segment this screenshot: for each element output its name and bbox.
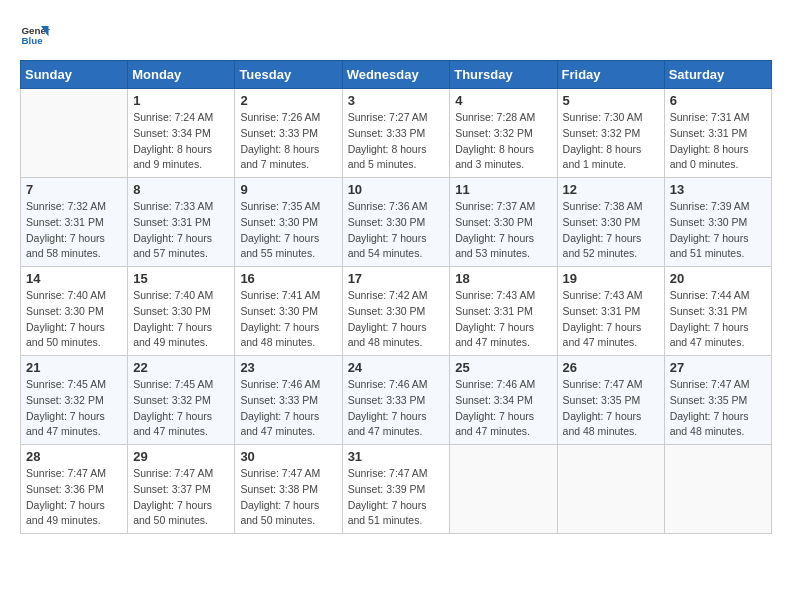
day-number: 4 (455, 93, 551, 108)
calendar-cell: 15Sunrise: 7:40 AMSunset: 3:30 PMDayligh… (128, 267, 235, 356)
calendar-cell (450, 445, 557, 534)
day-number: 9 (240, 182, 336, 197)
calendar-cell: 20Sunrise: 7:44 AMSunset: 3:31 PMDayligh… (664, 267, 771, 356)
day-number: 26 (563, 360, 659, 375)
day-number: 30 (240, 449, 336, 464)
day-info: Sunrise: 7:36 AMSunset: 3:30 PMDaylight:… (348, 199, 445, 262)
header-day-sunday: Sunday (21, 61, 128, 89)
day-info: Sunrise: 7:47 AMSunset: 3:35 PMDaylight:… (670, 377, 766, 440)
calendar-cell: 21Sunrise: 7:45 AMSunset: 3:32 PMDayligh… (21, 356, 128, 445)
header-day-tuesday: Tuesday (235, 61, 342, 89)
day-info: Sunrise: 7:43 AMSunset: 3:31 PMDaylight:… (563, 288, 659, 351)
calendar-cell: 27Sunrise: 7:47 AMSunset: 3:35 PMDayligh… (664, 356, 771, 445)
calendar-cell: 25Sunrise: 7:46 AMSunset: 3:34 PMDayligh… (450, 356, 557, 445)
day-info: Sunrise: 7:47 AMSunset: 3:38 PMDaylight:… (240, 466, 336, 529)
calendar-cell: 16Sunrise: 7:41 AMSunset: 3:30 PMDayligh… (235, 267, 342, 356)
calendar-week-row: 1Sunrise: 7:24 AMSunset: 3:34 PMDaylight… (21, 89, 772, 178)
page-header: General Blue (20, 20, 772, 50)
calendar-cell (21, 89, 128, 178)
day-number: 24 (348, 360, 445, 375)
calendar-cell: 3Sunrise: 7:27 AMSunset: 3:33 PMDaylight… (342, 89, 450, 178)
day-number: 29 (133, 449, 229, 464)
calendar-cell: 24Sunrise: 7:46 AMSunset: 3:33 PMDayligh… (342, 356, 450, 445)
day-info: Sunrise: 7:40 AMSunset: 3:30 PMDaylight:… (133, 288, 229, 351)
day-info: Sunrise: 7:45 AMSunset: 3:32 PMDaylight:… (133, 377, 229, 440)
day-info: Sunrise: 7:39 AMSunset: 3:30 PMDaylight:… (670, 199, 766, 262)
calendar-body: 1Sunrise: 7:24 AMSunset: 3:34 PMDaylight… (21, 89, 772, 534)
day-number: 17 (348, 271, 445, 286)
header-day-friday: Friday (557, 61, 664, 89)
day-info: Sunrise: 7:28 AMSunset: 3:32 PMDaylight:… (455, 110, 551, 173)
calendar-week-row: 7Sunrise: 7:32 AMSunset: 3:31 PMDaylight… (21, 178, 772, 267)
day-number: 31 (348, 449, 445, 464)
calendar-cell: 6Sunrise: 7:31 AMSunset: 3:31 PMDaylight… (664, 89, 771, 178)
calendar-cell: 9Sunrise: 7:35 AMSunset: 3:30 PMDaylight… (235, 178, 342, 267)
day-number: 3 (348, 93, 445, 108)
day-info: Sunrise: 7:41 AMSunset: 3:30 PMDaylight:… (240, 288, 336, 351)
day-info: Sunrise: 7:24 AMSunset: 3:34 PMDaylight:… (133, 110, 229, 173)
day-number: 8 (133, 182, 229, 197)
day-number: 14 (26, 271, 122, 286)
day-number: 18 (455, 271, 551, 286)
day-number: 1 (133, 93, 229, 108)
day-info: Sunrise: 7:40 AMSunset: 3:30 PMDaylight:… (26, 288, 122, 351)
logo: General Blue (20, 20, 50, 50)
day-info: Sunrise: 7:32 AMSunset: 3:31 PMDaylight:… (26, 199, 122, 262)
day-number: 16 (240, 271, 336, 286)
day-info: Sunrise: 7:47 AMSunset: 3:36 PMDaylight:… (26, 466, 122, 529)
day-info: Sunrise: 7:38 AMSunset: 3:30 PMDaylight:… (563, 199, 659, 262)
header-day-thursday: Thursday (450, 61, 557, 89)
day-info: Sunrise: 7:26 AMSunset: 3:33 PMDaylight:… (240, 110, 336, 173)
day-info: Sunrise: 7:43 AMSunset: 3:31 PMDaylight:… (455, 288, 551, 351)
day-info: Sunrise: 7:33 AMSunset: 3:31 PMDaylight:… (133, 199, 229, 262)
day-number: 22 (133, 360, 229, 375)
calendar-cell: 13Sunrise: 7:39 AMSunset: 3:30 PMDayligh… (664, 178, 771, 267)
day-info: Sunrise: 7:46 AMSunset: 3:33 PMDaylight:… (348, 377, 445, 440)
day-info: Sunrise: 7:27 AMSunset: 3:33 PMDaylight:… (348, 110, 445, 173)
calendar-cell (557, 445, 664, 534)
day-number: 15 (133, 271, 229, 286)
calendar-cell: 18Sunrise: 7:43 AMSunset: 3:31 PMDayligh… (450, 267, 557, 356)
calendar-cell: 10Sunrise: 7:36 AMSunset: 3:30 PMDayligh… (342, 178, 450, 267)
day-number: 28 (26, 449, 122, 464)
calendar-cell: 19Sunrise: 7:43 AMSunset: 3:31 PMDayligh… (557, 267, 664, 356)
day-number: 27 (670, 360, 766, 375)
day-info: Sunrise: 7:37 AMSunset: 3:30 PMDaylight:… (455, 199, 551, 262)
calendar-cell: 11Sunrise: 7:37 AMSunset: 3:30 PMDayligh… (450, 178, 557, 267)
day-number: 20 (670, 271, 766, 286)
calendar-cell: 29Sunrise: 7:47 AMSunset: 3:37 PMDayligh… (128, 445, 235, 534)
day-info: Sunrise: 7:44 AMSunset: 3:31 PMDaylight:… (670, 288, 766, 351)
calendar-week-row: 28Sunrise: 7:47 AMSunset: 3:36 PMDayligh… (21, 445, 772, 534)
day-number: 5 (563, 93, 659, 108)
header-day-monday: Monday (128, 61, 235, 89)
calendar-cell: 30Sunrise: 7:47 AMSunset: 3:38 PMDayligh… (235, 445, 342, 534)
day-info: Sunrise: 7:46 AMSunset: 3:33 PMDaylight:… (240, 377, 336, 440)
calendar-week-row: 14Sunrise: 7:40 AMSunset: 3:30 PMDayligh… (21, 267, 772, 356)
calendar-cell: 26Sunrise: 7:47 AMSunset: 3:35 PMDayligh… (557, 356, 664, 445)
day-number: 6 (670, 93, 766, 108)
day-info: Sunrise: 7:47 AMSunset: 3:37 PMDaylight:… (133, 466, 229, 529)
day-number: 23 (240, 360, 336, 375)
calendar-header-row: SundayMondayTuesdayWednesdayThursdayFrid… (21, 61, 772, 89)
day-info: Sunrise: 7:45 AMSunset: 3:32 PMDaylight:… (26, 377, 122, 440)
calendar-table: SundayMondayTuesdayWednesdayThursdayFrid… (20, 60, 772, 534)
svg-text:Blue: Blue (22, 35, 44, 46)
calendar-cell: 4Sunrise: 7:28 AMSunset: 3:32 PMDaylight… (450, 89, 557, 178)
day-info: Sunrise: 7:35 AMSunset: 3:30 PMDaylight:… (240, 199, 336, 262)
day-number: 25 (455, 360, 551, 375)
calendar-cell: 8Sunrise: 7:33 AMSunset: 3:31 PMDaylight… (128, 178, 235, 267)
calendar-cell: 31Sunrise: 7:47 AMSunset: 3:39 PMDayligh… (342, 445, 450, 534)
calendar-cell (664, 445, 771, 534)
calendar-cell: 2Sunrise: 7:26 AMSunset: 3:33 PMDaylight… (235, 89, 342, 178)
day-number: 2 (240, 93, 336, 108)
day-info: Sunrise: 7:30 AMSunset: 3:32 PMDaylight:… (563, 110, 659, 173)
calendar-cell: 14Sunrise: 7:40 AMSunset: 3:30 PMDayligh… (21, 267, 128, 356)
day-number: 10 (348, 182, 445, 197)
day-number: 13 (670, 182, 766, 197)
calendar-cell: 22Sunrise: 7:45 AMSunset: 3:32 PMDayligh… (128, 356, 235, 445)
header-day-wednesday: Wednesday (342, 61, 450, 89)
calendar-cell: 7Sunrise: 7:32 AMSunset: 3:31 PMDaylight… (21, 178, 128, 267)
day-info: Sunrise: 7:42 AMSunset: 3:30 PMDaylight:… (348, 288, 445, 351)
calendar-week-row: 21Sunrise: 7:45 AMSunset: 3:32 PMDayligh… (21, 356, 772, 445)
day-number: 12 (563, 182, 659, 197)
